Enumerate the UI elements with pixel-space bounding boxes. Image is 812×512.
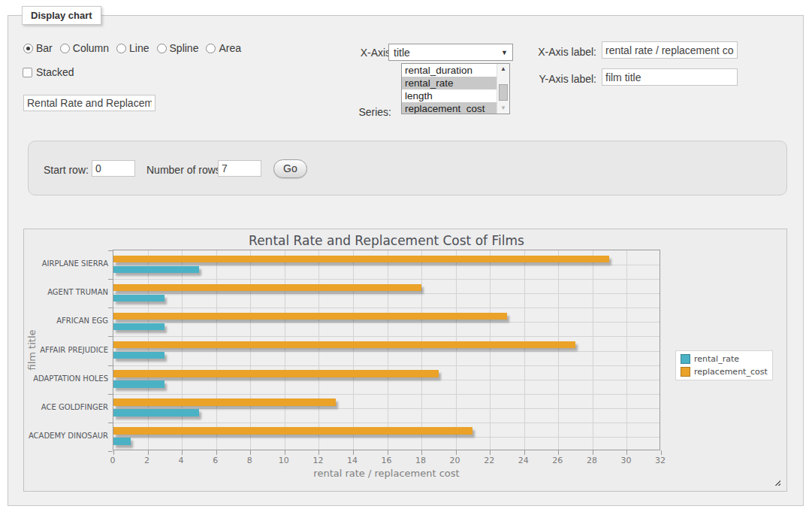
series-option-length[interactable]: length <box>402 89 498 102</box>
legend-swatch <box>681 354 690 364</box>
category-label: AIRPLANE SIERRA <box>26 259 108 268</box>
x-tick-mark <box>490 450 491 455</box>
scroll-down-icon[interactable]: ▼ <box>497 103 509 114</box>
radio-icon[interactable] <box>23 44 33 53</box>
gridline-x <box>216 250 217 450</box>
series-option-rental_duration[interactable]: rental_duration <box>402 64 498 77</box>
radio-label: Bar <box>36 42 53 54</box>
gridline-x <box>490 250 491 450</box>
go-button[interactable]: Go <box>273 159 307 178</box>
x-axis-selected-value: title <box>394 47 410 59</box>
bar-replacement_cost <box>113 370 439 377</box>
y-tick-mark <box>108 279 113 280</box>
category-label: AGENT TRUMAN <box>26 288 108 297</box>
gridline-y <box>113 351 660 352</box>
x-axis-label-input[interactable] <box>602 41 738 59</box>
x-tick-mark <box>318 450 319 455</box>
x-tick-label: 22 <box>484 456 494 465</box>
gridline-x <box>456 250 457 450</box>
x-tick-label: 16 <box>382 456 392 465</box>
scroll-up-icon[interactable]: ▲ <box>497 64 509 74</box>
x-tick-mark <box>661 450 662 455</box>
x-tick-mark <box>216 450 217 455</box>
scrollbar-thumb[interactable] <box>499 84 508 101</box>
radio-label: Line <box>129 42 149 54</box>
number-of-rows-input[interactable] <box>218 160 261 177</box>
row-range-box: Start row: Number of rows: Go <box>28 141 787 195</box>
series-option-replacement_cost[interactable]: replacement_cost <box>402 102 498 114</box>
display-chart-fieldset: Display chart BarColumnLineSplineArea St… <box>8 15 804 506</box>
chart-type-option-column[interactable]: Column <box>60 42 109 54</box>
legend-label: replacement_cost <box>694 367 768 377</box>
series-option-rental_rate[interactable]: rental_rate <box>402 77 498 89</box>
category-label: AFRICAN EGG <box>26 317 108 326</box>
gridline-x <box>148 250 149 450</box>
y-tick-mark <box>108 423 113 423</box>
x-axis-title: rental rate / replacement cost <box>113 468 660 479</box>
series-listbox-label: Series: <box>328 106 391 118</box>
x-tick-mark <box>524 450 525 455</box>
bar-rental_rate <box>113 352 165 359</box>
bar-replacement_cost <box>113 313 507 320</box>
gridline-x <box>626 250 627 450</box>
gridline-x <box>421 250 422 450</box>
x-tick-mark <box>421 450 422 455</box>
y-tick-mark <box>108 250 113 251</box>
chart-type-option-line[interactable]: Line <box>116 42 149 54</box>
gridline-x <box>388 250 388 450</box>
x-tick-mark <box>626 450 627 455</box>
x-tick-mark <box>456 450 457 455</box>
y-tick-mark <box>108 308 113 308</box>
gridline-x <box>285 250 285 450</box>
gridline-x <box>558 250 559 450</box>
category-label: ADAPTATION HOLES <box>26 374 108 383</box>
x-tick-label: 0 <box>110 456 116 465</box>
x-tick-label: 24 <box>518 456 529 465</box>
stacked-checkbox-row[interactable]: Stacked <box>23 66 74 78</box>
chevron-down-icon: ▼ <box>501 49 508 56</box>
x-axis-select[interactable]: title ▼ <box>388 44 513 61</box>
chart-title-input[interactable] <box>23 95 155 111</box>
fieldset-legend: Display chart <box>22 6 101 25</box>
x-tick-label: 20 <box>450 456 460 465</box>
legend-swatch <box>681 367 690 377</box>
radio-icon[interactable] <box>157 44 167 53</box>
y-axis-label-input[interactable] <box>602 68 738 86</box>
page: Display chart BarColumnLineSplineArea St… <box>0 0 812 512</box>
x-tick-label: 8 <box>247 456 252 465</box>
x-tick-label: 10 <box>279 456 289 465</box>
x-tick-mark <box>285 450 285 455</box>
gridline-y <box>113 437 660 438</box>
radio-label: Area <box>219 42 241 54</box>
radio-icon[interactable] <box>116 44 126 53</box>
listbox-scrollbar[interactable]: ▲ ▼ <box>497 64 509 114</box>
x-tick-label: 28 <box>587 456 597 465</box>
legend-item-replacement_cost: replacement_cost <box>681 367 768 377</box>
legend-label: rental_rate <box>694 354 739 364</box>
x-tick-label: 30 <box>620 456 631 465</box>
bar-rental_rate <box>113 438 131 445</box>
x-tick-mark <box>353 450 354 455</box>
x-tick-label: 26 <box>552 456 563 465</box>
series-listbox[interactable]: rental_durationrental_ratelengthreplacem… <box>401 63 510 114</box>
radio-icon[interactable] <box>206 44 216 53</box>
chart-type-option-area[interactable]: Area <box>206 42 241 54</box>
gridline-y <box>113 322 660 323</box>
x-tick-mark <box>148 450 149 455</box>
gridline-x <box>182 250 183 450</box>
radio-icon[interactable] <box>60 44 70 53</box>
category-label: AFFAIR PREJUDICE <box>26 346 108 355</box>
category-label: ACE GOLDFINGER <box>26 403 108 412</box>
chart-type-option-bar[interactable]: Bar <box>23 42 53 54</box>
x-tick-mark <box>593 450 593 455</box>
stacked-checkbox[interactable] <box>23 68 32 77</box>
start-row-input[interactable] <box>92 160 135 177</box>
x-tick-mark <box>558 450 559 455</box>
y-tick-mark <box>108 394 113 395</box>
plot-area <box>113 250 660 450</box>
x-tick-label: 12 <box>312 456 323 465</box>
chart-type-option-spline[interactable]: Spline <box>157 42 199 54</box>
gridline-x <box>353 250 354 450</box>
x-tick-mark <box>388 450 388 455</box>
resize-grip-icon[interactable] <box>773 478 780 486</box>
